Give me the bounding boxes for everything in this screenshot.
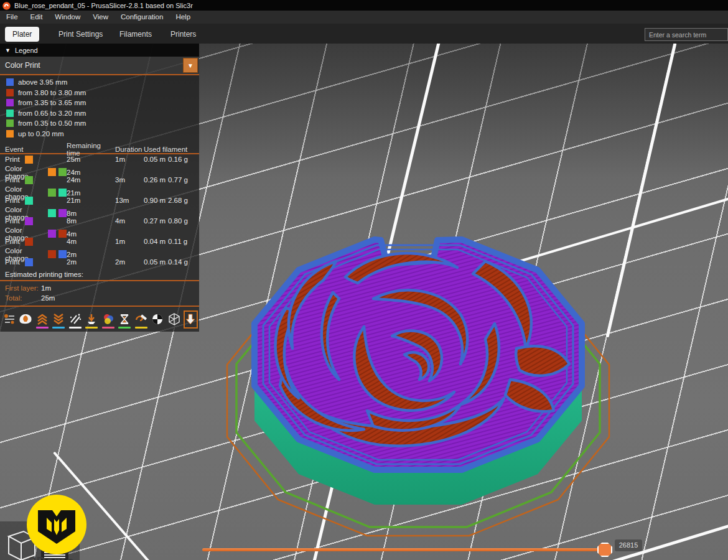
- table-row: Color change 21m: [0, 185, 199, 196]
- menu-bar: File Edit Window View Configuration Help: [0, 11, 728, 24]
- tab-bar: Plater Print Settings Filaments Printers: [0, 24, 728, 44]
- color-swatch: [48, 250, 56, 258]
- legend-range: from 3.35 to 3.65 mm: [0, 98, 199, 108]
- table-row: Print 2m2m0.05 m0.14 g: [0, 257, 199, 268]
- color-swatch: [6, 119, 14, 127]
- legend-range: up to 0.20 mm: [0, 129, 199, 139]
- color-swatch: [6, 78, 14, 86]
- feature-type-icon[interactable]: [2, 312, 17, 329]
- menu-help[interactable]: Help: [169, 11, 197, 24]
- color-swatch: [48, 230, 56, 238]
- first-layer-time: First layer: 1m: [0, 283, 199, 293]
- menu-window[interactable]: Window: [49, 11, 86, 24]
- tab-plater[interactable]: Plater: [5, 27, 39, 42]
- color-swatch: [48, 189, 56, 197]
- table-row: Color change 2m: [0, 247, 199, 258]
- dropdown-button[interactable]: ▼: [183, 58, 198, 73]
- color-swatch: [25, 176, 33, 184]
- event-table: Print 25m1m0.05 m0.16 g Color change 24m…: [0, 154, 199, 268]
- height-range-legend: above 3.95 mm from 3.80 to 3.80 mm from …: [0, 75, 199, 140]
- color-swatch: [25, 238, 33, 246]
- color-swatch: [25, 258, 33, 266]
- legend-range: from 3.80 to 3.80 mm: [0, 88, 199, 98]
- table-row: Color change 24m: [0, 165, 199, 175]
- width-icon[interactable]: [35, 312, 50, 329]
- move-slider-track[interactable]: [202, 548, 600, 551]
- search-input[interactable]: [645, 28, 728, 41]
- color-swatch: [6, 110, 14, 117]
- legend-header[interactable]: ▼ Legend: [0, 44, 199, 57]
- legend-panel: ▼ Legend Color Print ▼ above 3.95 mm fro…: [0, 44, 199, 332]
- color-swatch: [6, 89, 14, 96]
- view-type-toolbar: [0, 307, 199, 332]
- tab-printers[interactable]: Printers: [163, 27, 203, 42]
- legend-range: above 3.95 mm: [0, 77, 199, 88]
- color-print-icon[interactable]: [134, 312, 149, 329]
- color-swatch: [25, 156, 33, 164]
- legend-range: from 0.35 to 0.50 mm: [0, 118, 199, 129]
- time-icon[interactable]: [118, 312, 133, 329]
- color-swatch: [6, 130, 14, 138]
- menu-configuration[interactable]: Configuration: [114, 11, 169, 24]
- 3demon-logo: [26, 494, 87, 555]
- volumetric-flow-rate-icon[interactable]: [101, 312, 116, 329]
- temperature-icon[interactable]: [85, 312, 100, 329]
- color-swatch: [58, 168, 67, 176]
- table-row: Print 24m3m0.26 m0.77 g: [0, 175, 199, 185]
- color-swatch: [48, 209, 56, 217]
- fan-speed-icon[interactable]: [68, 312, 83, 329]
- table-row: Color change 8m: [0, 206, 199, 217]
- legend-title: Legend: [15, 47, 38, 54]
- speed-icon[interactable]: [52, 312, 67, 329]
- total-time: Total: 25m: [0, 293, 199, 303]
- view-mode-select[interactable]: Color Print ▼: [0, 57, 199, 74]
- table-row: Print 25m1m0.05 m0.16 g: [0, 154, 199, 165]
- color-swatch: [58, 209, 67, 217]
- color-swatch: [58, 189, 67, 197]
- table-row: Print 4m1m0.04 m0.11 g: [0, 236, 199, 247]
- color-swatch: [58, 230, 67, 238]
- prusaslicer-window: Blue_rose_pendant_05 - PrusaSlicer-2.8.1…: [0, 0, 728, 560]
- shells-icon[interactable]: [167, 312, 182, 329]
- legend-range: from 0.65 to 3.20 mm: [0, 108, 199, 119]
- move-slider-value: 26815: [615, 539, 642, 551]
- table-row: Print 21m13m0.90 m2.68 g: [0, 195, 199, 206]
- color-swatch: [48, 168, 56, 176]
- window-title: Blue_rose_pendant_05 - PrusaSlicer-2.8.1…: [14, 2, 193, 9]
- menu-edit[interactable]: Edit: [24, 11, 49, 24]
- separator: [0, 280, 199, 281]
- color-swatch: [25, 217, 33, 225]
- menu-view[interactable]: View: [86, 11, 114, 24]
- view-mode-value: Color Print: [5, 61, 40, 70]
- travels-icon[interactable]: [151, 312, 166, 329]
- estimated-times-title: Estimated printing times:: [0, 268, 199, 280]
- app-logo-icon: [2, 2, 11, 10]
- table-row: Color change 4m: [0, 226, 199, 237]
- legend-toggle-icon[interactable]: [184, 310, 198, 329]
- watermark-text: 3Demo: [29, 554, 74, 560]
- tab-filaments[interactable]: Filaments: [112, 27, 159, 42]
- title-bar: Blue_rose_pendant_05 - PrusaSlicer-2.8.1…: [0, 0, 728, 11]
- chevron-down-icon: ▼: [187, 62, 194, 69]
- tab-print-settings[interactable]: Print Settings: [51, 27, 110, 42]
- table-row: Print 8m4m0.27 m0.80 g: [0, 216, 199, 226]
- event-table-header: Event Remaining time Duration Used filam…: [0, 142, 199, 153]
- collapse-triangle-icon[interactable]: ▼: [5, 47, 11, 54]
- height-icon[interactable]: [19, 312, 34, 329]
- menu-file[interactable]: File: [0, 11, 24, 24]
- color-swatch: [6, 99, 14, 106]
- color-swatch: [58, 250, 67, 258]
- color-swatch: [25, 197, 33, 205]
